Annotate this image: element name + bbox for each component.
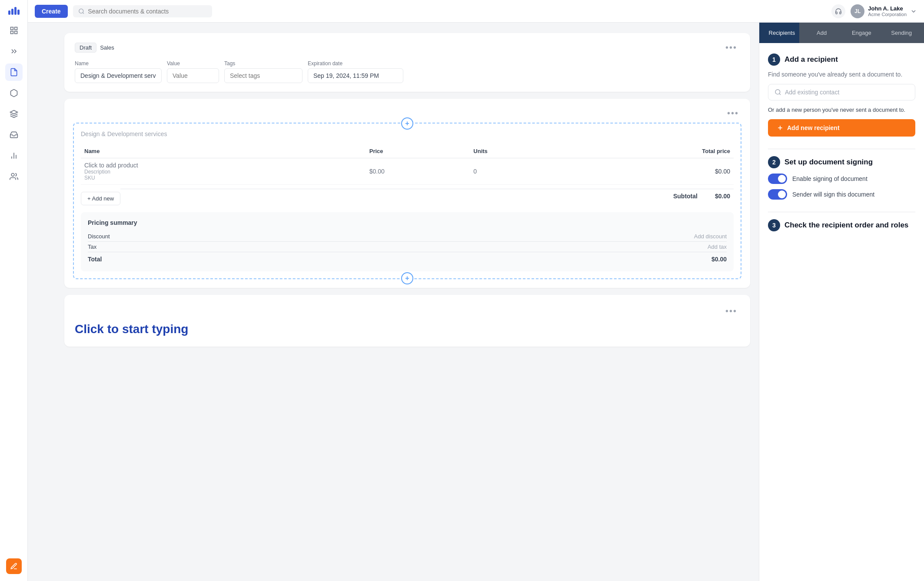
sidebar-item-document[interactable] (5, 63, 23, 81)
cta-text[interactable]: Click to start typing (75, 322, 740, 336)
product-price[interactable]: $0.00 (366, 158, 470, 185)
tab-add-label: Add (817, 30, 827, 36)
doc-body-inner: + Design & Development services Name Pri… (73, 123, 741, 279)
svg-point-11 (775, 90, 780, 94)
body-more-options-button[interactable]: ••• (725, 107, 741, 119)
col-name: Name (81, 144, 366, 158)
tags-input[interactable] (224, 68, 302, 83)
logo-icon (8, 7, 20, 15)
expiry-label: Expiration date (308, 60, 403, 67)
search-input[interactable] (88, 8, 206, 15)
tax-row: Tax Add tax (88, 242, 727, 252)
sender-toggle-label: Sender will sign this document (792, 191, 874, 198)
status-badge-draft[interactable]: Draft (75, 43, 96, 53)
subtotal-label: Subtotal (673, 193, 698, 200)
product-name[interactable]: Click to add product (84, 162, 362, 169)
subtotal-row: Subtotal $0.00 (120, 189, 734, 203)
discount-value[interactable]: Add discount (694, 233, 727, 240)
svg-rect-2 (10, 31, 13, 34)
contact-search-bar[interactable] (768, 84, 915, 100)
doc-status-bar: Draft Sales ••• (75, 42, 740, 53)
value-label: Value (167, 60, 219, 67)
section1-description: Find someone you've already sent a docum… (768, 71, 915, 78)
tab-engage[interactable]: Engage (839, 23, 884, 43)
section2-title: Set up document signing (784, 158, 873, 167)
tax-value[interactable]: Add tax (708, 244, 727, 250)
document-body-card: ••• + Design & Development services Name… (64, 99, 750, 288)
pricing-summary: Pricing summary Discount Add discount Ta… (81, 212, 734, 271)
total-value: $0.00 (711, 256, 727, 263)
add-new-button[interactable]: + Add new (81, 192, 120, 205)
expiry-input[interactable] (308, 68, 403, 83)
discount-row: Discount Add discount (88, 231, 727, 242)
name-input[interactable] (75, 68, 162, 83)
toggle-sender: Sender will sign this document (768, 189, 915, 200)
tab-sending-label: Sending (891, 30, 912, 36)
section-signing: 2 Set up document signing Enable signing… (768, 156, 915, 200)
status-badge-sales: Sales (100, 44, 114, 51)
step-number-3: 3 (768, 219, 780, 231)
sidebar-item-box[interactable] (5, 84, 23, 102)
section3-title: Check the recipient order and roles (784, 221, 908, 230)
user-menu[interactable]: JL John A. Lake Acme Corporation (851, 4, 917, 18)
sidebar-item-layers[interactable] (5, 105, 23, 123)
create-button[interactable]: Create (35, 5, 68, 18)
sidebar-item-chart[interactable] (5, 147, 23, 164)
app-logo (8, 7, 20, 15)
pricing-table: Name Price Units Total price Click to ad… (81, 144, 734, 185)
sidebar-item-inbox[interactable] (5, 126, 23, 144)
add-new-label: + Add new (87, 195, 114, 202)
svg-rect-3 (14, 31, 17, 34)
avatar: JL (851, 4, 864, 18)
discount-label: Discount (88, 233, 110, 240)
tab-sending[interactable]: Sending (879, 23, 924, 43)
value-input[interactable] (167, 68, 219, 83)
section1-header: 1 Add a recipient (768, 53, 915, 66)
field-expiry: Expiration date (308, 60, 403, 83)
svg-point-8 (11, 174, 14, 177)
divider-2 (768, 212, 915, 212)
doc-fields: Name Value Tags Expiration date (75, 60, 740, 83)
tab-add[interactable]: Add (799, 23, 844, 43)
sidebar-item-contacts[interactable] (5, 168, 23, 185)
field-name: Name (75, 60, 162, 83)
product-units[interactable]: 0 (470, 158, 569, 185)
add-new-recipient-button[interactable]: Add new recipient (768, 119, 915, 137)
search-bar[interactable] (73, 5, 212, 17)
tags-label: Tags (224, 60, 302, 67)
svg-line-12 (779, 93, 781, 95)
subtotal-value: $0.00 (715, 193, 730, 200)
topnav-right: JL John A. Lake Acme Corporation (831, 4, 917, 18)
tab-engage-label: Engage (852, 30, 871, 36)
existing-contact-input[interactable] (785, 89, 909, 96)
sender-toggle[interactable] (768, 189, 787, 200)
signing-toggle[interactable] (768, 174, 787, 184)
more-options-button[interactable]: ••• (723, 42, 740, 53)
signing-toggle-label: Enable signing of document (792, 175, 867, 182)
document-header-card: Draft Sales ••• Name Value Tags (64, 33, 750, 92)
sidebar-item-chevrons[interactable] (5, 43, 23, 60)
sidebar (0, 0, 28, 581)
total-row: Total $0.00 (88, 252, 727, 264)
pricing-summary-title: Pricing summary (88, 219, 727, 226)
user-name: John A. Lake (868, 5, 907, 12)
divider-1 (768, 149, 915, 149)
section2-header: 2 Set up document signing (768, 156, 915, 168)
svg-marker-4 (10, 110, 17, 114)
content-area: Draft Sales ••• Name Value Tags (56, 23, 759, 581)
sidebar-item-dashboard[interactable] (5, 22, 23, 39)
cta-card: ••• Click to start typing (64, 295, 750, 347)
sidebar-item-action[interactable] (6, 558, 22, 574)
tab-recipients[interactable]: Recipients (759, 23, 804, 43)
tax-label: Tax (88, 244, 96, 250)
steps-header: Recipients Add Engage Sending (759, 23, 924, 43)
table-title: Design & Development services (81, 130, 734, 137)
total-label: Total (88, 256, 102, 263)
search-icon (78, 8, 85, 15)
or-text: Or add a new person you've never sent a … (768, 107, 915, 113)
add-section-top-button[interactable]: + (401, 117, 413, 130)
cta-more-options-button[interactable]: ••• (723, 305, 740, 317)
add-section-bottom-button[interactable]: + (401, 272, 413, 284)
section-add-recipient: 1 Add a recipient Find someone you've al… (768, 53, 915, 137)
support-icon[interactable] (831, 4, 845, 18)
